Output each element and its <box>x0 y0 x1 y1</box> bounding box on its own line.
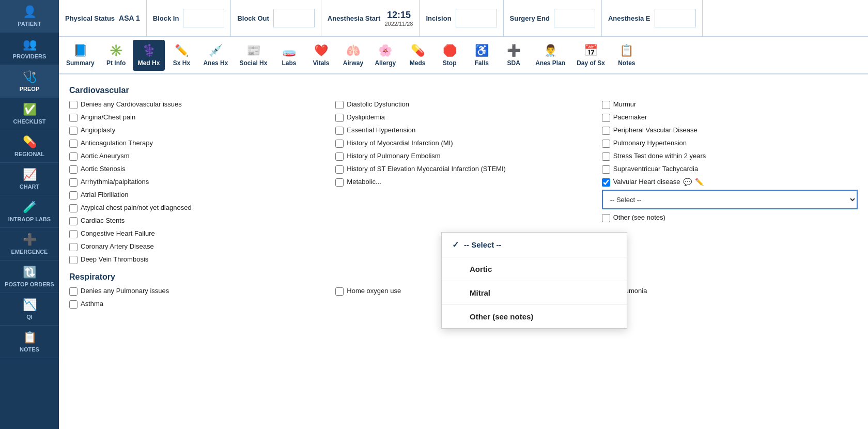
tab-anes-hx[interactable]: 💉 Anes Hx <box>198 40 233 71</box>
dropdown-option-mitral-label: Mitral <box>470 288 490 297</box>
essential-htn-checkbox[interactable] <box>335 127 344 135</box>
tab-vitals[interactable]: ❤️ Vitals <box>305 40 336 71</box>
chf-checkbox[interactable] <box>69 230 78 238</box>
anesthesia-start-field: Anesthesia Start 12:15 2022/11/28 <box>321 0 420 36</box>
arrhythmia-checkbox[interactable] <box>69 178 78 187</box>
resp-col3: Pneumonia <box>602 287 858 309</box>
dyslipidemia-checkbox[interactable] <box>335 114 344 122</box>
pacemaker-checkbox[interactable] <box>602 114 610 122</box>
murmur-checkbox[interactable] <box>602 101 610 109</box>
valvular-checkbox[interactable] <box>602 178 610 187</box>
dropdown-option-aortic[interactable]: Aortic <box>442 257 627 281</box>
sidebar-item-intraop-labs[interactable]: 🧪 INTRAOP LABS <box>0 195 59 228</box>
hx-stemi-checkbox[interactable] <box>335 165 344 174</box>
tab-allergy[interactable]: 🌸 Allergy <box>369 40 401 71</box>
dvt-checkbox[interactable] <box>69 256 78 264</box>
anticoagulation-checkbox[interactable] <box>69 140 78 148</box>
tab-stop[interactable]: 🛑 Stop <box>434 40 465 71</box>
sidebar-item-emergence[interactable]: ➕ EMERGENCE <box>0 228 59 261</box>
sidebar-item-preop[interactable]: 🩺 PREOP <box>0 65 59 98</box>
tab-med-hx[interactable]: ⚕️ Med Hx <box>133 40 165 71</box>
pacemaker-label: Pacemaker <box>613 113 647 122</box>
hx-pe-checkbox[interactable] <box>335 152 344 161</box>
diastolic-checkbox[interactable] <box>335 101 344 109</box>
tab-stop-label: Stop <box>443 59 457 67</box>
anes-plan-icon: 👨‍⚕️ <box>544 44 557 57</box>
atypical-chest-checkbox[interactable] <box>69 204 78 212</box>
list-item: History of Pulmonary Embolism <box>335 152 591 161</box>
anticoagulation-label: Anticoagulation Therapy <box>81 139 153 148</box>
afib-checkbox[interactable] <box>69 191 78 200</box>
list-item: Angina/Chest pain <box>69 113 325 122</box>
cad-checkbox[interactable] <box>69 243 78 251</box>
svt-checkbox[interactable] <box>602 165 610 174</box>
sidebar-item-qi[interactable]: 📉 QI <box>0 293 59 326</box>
sidebar-item-chart[interactable]: 📈 CHART <box>0 163 59 195</box>
anesthesia-end-input[interactable] <box>655 9 696 27</box>
tab-social-hx[interactable]: 📰 Social Hx <box>234 40 272 71</box>
cardiac-stents-checkbox[interactable] <box>69 217 78 225</box>
tab-summary[interactable]: 📘 Summary <box>61 40 100 71</box>
surgery-end-input[interactable] <box>554 9 595 27</box>
tab-sda[interactable]: ➕ SDA <box>498 40 529 71</box>
valvular-select[interactable]: -- Select -- Aortic Mitral Other (see no… <box>602 190 858 209</box>
dropdown-option-other[interactable]: Other (see notes) <box>442 305 627 328</box>
labs-icon: 🧫 <box>282 44 296 57</box>
stress-test-label: Stress Test done within 2 years <box>613 152 706 161</box>
list-item: Denies any Cardiovascular issues <box>69 100 325 109</box>
angioplasty-checkbox[interactable] <box>69 127 78 135</box>
sidebar-label-checklist: CHECKLIST <box>13 118 46 125</box>
sidebar-label-emergence: EMERGENCE <box>11 249 48 255</box>
list-item: Supraventricuar Tachycardia <box>602 165 858 174</box>
tab-day-of-sx[interactable]: 📅 Day of Sx <box>571 40 610 71</box>
sidebar-item-regional[interactable]: 💊 REGIONAL <box>0 130 59 163</box>
tab-pt-info[interactable]: ✳️ Pt Info <box>101 40 132 71</box>
stress-test-checkbox[interactable] <box>602 152 610 161</box>
metabolic-checkbox[interactable] <box>335 178 344 187</box>
arrhythmia-label: Arrhythmia/palpitations <box>81 178 149 187</box>
pulm-htn-checkbox[interactable] <box>602 140 610 148</box>
aortic-aneurysm-checkbox[interactable] <box>69 152 78 161</box>
tab-sx-hx[interactable]: ✏️ Sx Hx <box>166 40 197 71</box>
tab-labs[interactable]: 🧫 Labs <box>273 40 304 71</box>
tab-falls[interactable]: ♿ Falls <box>466 40 497 71</box>
block-in-input[interactable] <box>183 9 224 27</box>
sidebar-item-providers[interactable]: 👥 PROVIDERS <box>0 33 59 65</box>
other-cv-checkbox[interactable] <box>602 214 610 222</box>
resp-deny-checkbox[interactable] <box>69 287 78 296</box>
pvd-checkbox[interactable] <box>602 127 610 135</box>
sx-hx-icon: ✏️ <box>175 44 189 57</box>
tab-meds-label: Meds <box>410 59 426 67</box>
tab-airway[interactable]: 🫁 Airway <box>337 40 368 71</box>
cv-deny-checkbox[interactable] <box>69 101 78 109</box>
aortic-aneurysm-label: Aortic Aneurysm <box>81 152 130 161</box>
header-bar: Physical Status ASA 1 Block In Block Out… <box>59 0 868 37</box>
home-oxygen-checkbox[interactable] <box>335 287 344 296</box>
tab-sda-label: SDA <box>507 59 520 67</box>
dropdown-option-mitral[interactable]: Mitral <box>442 281 627 305</box>
tab-meds[interactable]: 💊 Meds <box>402 40 433 71</box>
sidebar-item-patient[interactable]: 👤 PATIENT <box>0 0 59 33</box>
dropdown-option-select[interactable]: ✓ -- Select -- <box>442 233 627 257</box>
sidebar-item-notes[interactable]: 📋 NOTES <box>0 326 59 358</box>
sidebar-item-checklist[interactable]: ✅ CHECKLIST <box>0 98 59 130</box>
block-in-field: Block In <box>147 0 231 36</box>
tab-anes-plan[interactable]: 👨‍⚕️ Anes Plan <box>530 40 570 71</box>
edit-icon[interactable]: ✏️ <box>695 178 704 186</box>
incision-field: Incision <box>420 0 503 36</box>
block-out-input[interactable] <box>273 9 315 27</box>
angina-checkbox[interactable] <box>69 114 78 122</box>
comment-icon[interactable]: 💬 <box>683 178 692 186</box>
asthma-checkbox[interactable] <box>69 300 78 309</box>
hx-stemi-label: History of ST Elevation Myocardial Infar… <box>347 165 506 174</box>
sidebar-item-postop-orders[interactable]: 🔃 POSTOP ORDERS <box>0 261 59 293</box>
incision-input[interactable] <box>456 9 497 27</box>
valvular-row: Valvular Heart disease 💬 ✏️ <box>613 178 704 187</box>
sidebar-label-preop: PREOP <box>20 86 40 92</box>
patient-icon: 👤 <box>23 5 37 19</box>
list-item: Cardiac Stents <box>69 217 325 225</box>
tab-notes[interactable]: 📋 Notes <box>611 40 642 71</box>
anesthesia-start-time: 12:15 <box>387 10 411 21</box>
hx-mi-checkbox[interactable] <box>335 140 344 148</box>
aortic-stenosis-checkbox[interactable] <box>69 165 78 174</box>
